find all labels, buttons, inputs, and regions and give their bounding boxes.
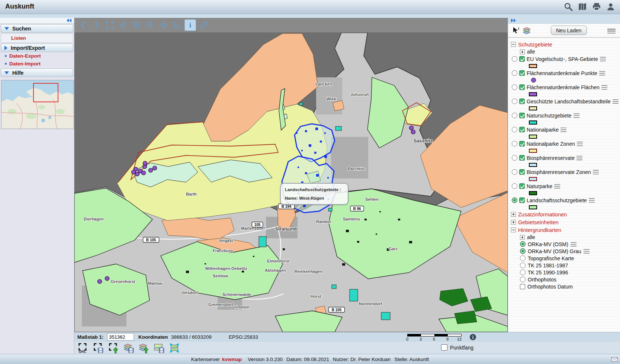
layer-query-radio[interactable] [512, 183, 517, 189]
layer-row-nationalparke[interactable]: Nationalparke [511, 126, 620, 133]
layer-visible-checkbox[interactable] [519, 56, 525, 62]
tool-zoom-center[interactable] [158, 19, 169, 31]
pointer-info-icon[interactable]: i [512, 26, 521, 35]
background-radio[interactable] [520, 255, 526, 261]
background-row-tk-25-1981-1987[interactable]: TK 25 1981-1987 [511, 262, 620, 269]
section-header-import-export[interactable]: Import/Export [1, 44, 73, 52]
tool-feature-info[interactable]: i [184, 19, 196, 31]
layer-query-radio[interactable] [512, 84, 517, 90]
layer-query-radio[interactable] [512, 113, 517, 118]
layer-visible-checkbox[interactable] [519, 197, 525, 203]
layer-query-radio[interactable] [512, 169, 517, 175]
overview-map[interactable] [1, 80, 74, 129]
layer-label[interactable]: Naturparke [527, 183, 552, 189]
tool-zoom-out[interactable] [144, 19, 156, 31]
background-row-orka-mv-osm-grau[interactable]: ORKa-MV (OSM) Grau [511, 248, 620, 255]
layer-stack-icon[interactable] [522, 26, 531, 35]
layer-options-icon[interactable] [574, 113, 579, 118]
background-label[interactable]: Orthophotos Datum [527, 284, 573, 290]
box-minus-icon[interactable] [511, 42, 516, 47]
layer-query-radio[interactable] [512, 127, 517, 132]
tree-select-all[interactable]: alle [511, 48, 620, 55]
layer-options-icon[interactable] [589, 198, 595, 203]
layer-options-icon[interactable] [613, 99, 619, 104]
menu-link-daten-import[interactable]: Daten-Import [0, 60, 74, 68]
background-row-orthophotos[interactable]: Orthophotos [511, 276, 620, 283]
layer-label[interactable]: EU Vogelschutz-, SPA-Gebiete [527, 56, 598, 62]
alle-box-icon[interactable] [520, 49, 525, 54]
background-label[interactable]: ORKa-MV (OSM) [528, 241, 568, 247]
section-header-suchen[interactable]: Suchen [1, 24, 73, 33]
layer-options-icon[interactable] [571, 242, 576, 247]
printer-icon[interactable] [592, 2, 601, 12]
layer-query-radio[interactable] [512, 70, 517, 76]
layer-query-radio[interactable] [512, 56, 517, 62]
layer-label[interactable]: Landschaftsschutzgebiete [527, 197, 587, 203]
layer-visible-checkbox[interactable] [519, 99, 525, 104]
background-label[interactable]: ORKa-MV (OSM) Grau [528, 248, 581, 254]
tool-load-extent[interactable] [108, 342, 119, 354]
box-plus-icon[interactable] [511, 212, 516, 217]
layer-options-icon[interactable] [599, 71, 605, 75]
tool-url-extent[interactable]: URL [77, 342, 89, 354]
background-label[interactable]: TK 25 1990-1996 [528, 270, 568, 276]
background-radio[interactable] [520, 277, 526, 282]
background-checkbox[interactable] [520, 284, 525, 289]
layer-row-biosph-renreservate[interactable]: Biosphärenreservate [511, 154, 620, 162]
layer-label[interactable]: Biosphärenreservate Zonen [527, 169, 591, 175]
layer-row-landschaftsschutzgebiete[interactable]: Landschaftsschutzgebiete [511, 196, 620, 204]
tool-coordinates-xy[interactable]: x,y [171, 19, 183, 31]
layer-query-radio[interactable] [512, 99, 517, 104]
search-icon[interactable] [563, 2, 573, 12]
layer-row-gesch-tzte-landschaftsbestandteile[interactable]: Geschützte Landschaftsbestandteile [511, 97, 620, 105]
layer-options-icon[interactable] [554, 184, 560, 189]
layer-row-biosph-renreservate-zonen[interactable]: Biosphärenreservate Zonen [511, 168, 620, 176]
layer-row-naturparke[interactable]: Naturparke [511, 182, 620, 190]
user-icon[interactable] [606, 2, 616, 12]
layer-query-radio[interactable] [512, 141, 517, 146]
tool-map-fullscreen[interactable] [169, 342, 180, 354]
layer-query-radio[interactable] [512, 155, 517, 161]
layer-options-icon[interactable] [601, 85, 607, 90]
layer-label[interactable]: Flächennaturdenkmale Flächen [527, 84, 600, 90]
layer-visible-checkbox[interactable] [519, 84, 525, 90]
layer-label[interactable]: Naturschutzgebiete [527, 113, 572, 119]
tool-save-layers[interactable] [123, 342, 134, 354]
background-radio[interactable] [520, 241, 526, 247]
layer-options-icon[interactable] [593, 170, 599, 174]
tool-save-extent[interactable] [93, 342, 104, 354]
tool-history-back[interactable] [77, 19, 89, 31]
background-label[interactable]: TK 25 1981-1987 [528, 262, 568, 268]
footer-brand[interactable]: kvwmap [222, 357, 242, 362]
layer-visible-checkbox[interactable] [519, 169, 525, 175]
layer-options-icon[interactable] [560, 128, 566, 132]
tree-group-schutzgebiete[interactable]: Schutzgebiete [511, 41, 620, 48]
background-radio[interactable] [520, 248, 526, 254]
layer-visible-checkbox[interactable] [519, 141, 525, 146]
menu-link-daten-export[interactable]: Daten-Export [0, 52, 74, 60]
alle-box-icon[interactable] [520, 235, 525, 240]
background-row-orthophotos-datum[interactable]: Orthophotos Datum [511, 283, 620, 290]
layer-label[interactable]: Biosphärenreservate [527, 155, 575, 161]
layer-options-icon[interactable] [577, 142, 583, 146]
background-row-topografische-karte[interactable]: Topografische Karte [511, 255, 620, 262]
layer-options-icon[interactable] [600, 57, 606, 61]
tool-save-map-image[interactable] [154, 342, 165, 354]
layer-options-icon[interactable] [576, 156, 582, 160]
map-canvas[interactable]: LanckenWiekJuliusruhSassnitzParchtitzSeh… [74, 33, 508, 332]
mail-icon[interactable] [611, 357, 618, 362]
punktfang-checkbox[interactable] [441, 344, 447, 351]
map-info-icon[interactable]: i [469, 334, 476, 341]
layer-label[interactable]: Geschützte Landschaftsbestandteile [527, 99, 611, 104]
background-radio[interactable] [520, 270, 526, 275]
layer-row-naturschutzgebiete[interactable]: Naturschutzgebiete [511, 112, 620, 119]
layer-visible-checkbox[interactable] [519, 127, 525, 132]
layer-visible-checkbox[interactable] [519, 183, 525, 189]
scale-input[interactable] [107, 333, 134, 341]
tool-history-forward[interactable] [91, 19, 102, 31]
layer-label[interactable]: Flächennaturdenkmale Punkte [527, 70, 597, 76]
background-row-orka-mv-osm-[interactable]: ORKa-MV (OSM) [511, 241, 620, 248]
layer-row-eu-vogelschutz-spa-gebiete[interactable]: EU Vogelschutz-, SPA-Gebiete [511, 55, 620, 63]
tree-group-gebietseinheiten[interactable]: Gebietseinheiten [511, 218, 620, 226]
layer-row-fl-chennaturdenkmale-fl-chen[interactable]: Flächennaturdenkmale Flächen [511, 83, 620, 91]
